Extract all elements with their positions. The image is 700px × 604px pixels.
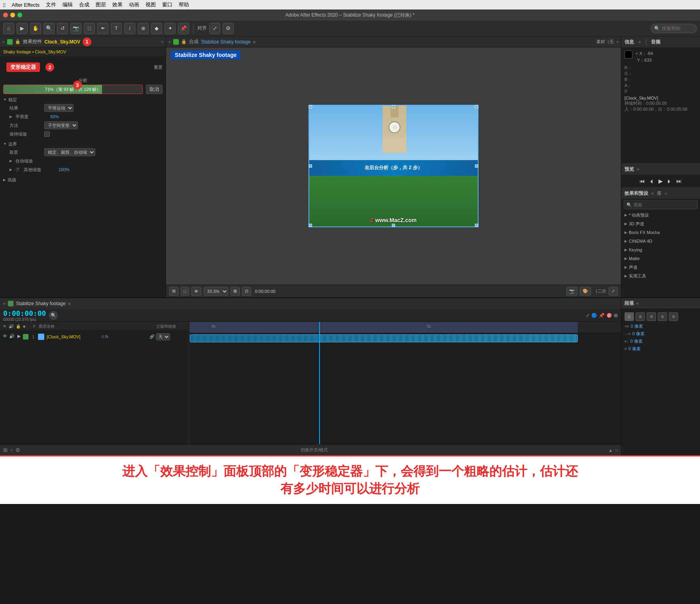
para-px-val-3[interactable]: 0 像素 [630, 338, 643, 344]
para-align-center[interactable]: ≡ [636, 312, 645, 321]
handle-top-left[interactable] [309, 105, 312, 108]
minimize-button[interactable] [10, 13, 15, 17]
apple-menu[interactable]:  [3, 2, 5, 8]
layer-expand-button[interactable]: ▶ [16, 334, 22, 340]
menu-compose[interactable]: 合成 [79, 1, 89, 8]
roi-btn[interactable]: ⊡ [242, 287, 251, 296]
warp-stabilizer-button[interactable]: 变形稳定器 [6, 62, 40, 72]
library-tab[interactable]: 库 [657, 190, 662, 197]
para-align-left[interactable]: ≡ [624, 312, 634, 321]
zoom-select[interactable]: 33.3% [204, 287, 228, 296]
handle-top-right[interactable] [475, 105, 478, 108]
smoothness-value[interactable]: 50% [50, 114, 59, 119]
collapse-triangle-icon[interactable]: ▼ [3, 98, 7, 102]
pin-tool[interactable]: 📌 [178, 23, 189, 34]
advanced-expand-icon[interactable]: ▶ [3, 178, 6, 182]
brush-tool[interactable]: / [124, 23, 135, 34]
camera-tool[interactable]: 📷 [70, 23, 81, 34]
para-justify-all[interactable]: ≡ [669, 312, 678, 321]
bt-btn-2[interactable]: ○ [10, 447, 13, 453]
smoothness-expand-icon[interactable]: ▶ [9, 115, 12, 119]
preserve-checkbox[interactable] [44, 131, 50, 137]
switch-fx-icon[interactable]: fx [105, 334, 108, 339]
effects-item-3d[interactable]: ▶ 3D 声道 [621, 219, 700, 228]
effects-item-utility[interactable]: ▶ 实用工具 [621, 272, 700, 280]
handle-middle-left[interactable] [309, 164, 312, 168]
handle-bottom-right[interactable] [475, 224, 478, 227]
help-search-input[interactable] [662, 26, 693, 31]
layer-eye-button[interactable]: 👁 [2, 334, 8, 340]
comp-close-button[interactable]: × [168, 40, 171, 44]
effects-item-matte[interactable]: ▶ Matte [621, 254, 700, 263]
handle-middle-right[interactable] [475, 164, 478, 168]
border-collapse-icon[interactable]: ▼ [3, 142, 7, 146]
timeline-scroll-up[interactable]: ▲ [608, 448, 613, 453]
para-px-val-2[interactable]: 0 像素 [632, 331, 645, 337]
lock-icon[interactable]: 🔒 [15, 39, 21, 44]
timeline-scroll[interactable]: ○ [615, 448, 618, 453]
options-btn[interactable]: ⚙ [223, 23, 234, 34]
resolution-btn[interactable]: ⊠ [231, 287, 240, 296]
bt-btn-3[interactable]: ⚙ [15, 447, 20, 453]
handle-top-center[interactable] [392, 105, 395, 108]
safe-zones-btn[interactable]: □ [181, 287, 189, 296]
para-px-val-1[interactable]: 0 像素 [631, 323, 643, 329]
text-tool[interactable]: T [111, 23, 122, 34]
tl-icon5[interactable]: ⊞ [614, 313, 618, 318]
menu-window[interactable]: 窗口 [162, 1, 172, 8]
expand-btn[interactable]: ⤢ [609, 287, 618, 296]
layer-audio-button[interactable]: 🔊 [9, 334, 15, 340]
para-menu-icon[interactable]: ≡ [636, 301, 639, 306]
effects-search[interactable]: 🔍 [624, 200, 698, 209]
panel-expand-icon[interactable]: » [161, 40, 163, 44]
result-dropdown[interactable]: 平滑运动 [44, 104, 74, 112]
help-search[interactable]: 🔍 [651, 24, 697, 33]
menu-help[interactable]: 帮助 [179, 1, 189, 8]
tl-search-button[interactable]: 🔍 [49, 311, 58, 320]
method-dropdown[interactable]: 子空间变形 [44, 121, 78, 129]
play-btn[interactable]: ▶ [658, 178, 663, 184]
puppet-tool[interactable]: ✦ [165, 23, 176, 34]
preview-menu-icon[interactable]: ≡ [637, 167, 639, 172]
otherscale-value[interactable]: 100% [59, 167, 70, 172]
step-back-btn[interactable]: ⏴ [649, 178, 655, 184]
para-px-val-4[interactable]: 0 像素 [628, 346, 641, 352]
para-justify-left[interactable]: ≡ [658, 312, 667, 321]
tl-playhead[interactable] [319, 322, 320, 333]
parent-select[interactable]: 无 [156, 333, 170, 340]
hand-tool[interactable]: ✋ [30, 23, 41, 34]
effects-expand-icon[interactable]: » [665, 191, 667, 196]
tl-timecode[interactable]: 0:00:00:00 [3, 309, 46, 317]
info-menu-icon[interactable]: ≡ [639, 40, 641, 44]
color-space-btn[interactable]: 🎨 [580, 287, 591, 296]
tl-icon3[interactable]: 📌 [599, 313, 605, 318]
handle-bottom-center[interactable] [392, 224, 395, 227]
bt-btn-1[interactable]: ⊞ [3, 447, 8, 453]
advanced-section[interactable]: ▶ 高级 [0, 176, 166, 184]
effects-item-cinema[interactable]: ▶ CINEMA 4D [621, 237, 700, 245]
grid-btn[interactable]: ⊞ [169, 287, 178, 296]
reset-label[interactable]: 重置 [154, 64, 163, 70]
effects-menu-icon[interactable]: ≡ [651, 191, 654, 196]
menu-file[interactable]: 文件 [46, 1, 56, 8]
rotate-tool[interactable]: ↺ [57, 23, 68, 34]
framing-dropdown[interactable]: 稳定、裁剪、自动缩 [44, 148, 95, 156]
pen-tool[interactable]: ✒ [97, 23, 108, 34]
effects-item-animation[interactable]: ▶ * 动画预设 [621, 211, 700, 219]
eraser-tool[interactable]: ◆ [151, 23, 162, 34]
tl-icon4[interactable]: 🎯 [606, 313, 612, 318]
effects-search-input[interactable] [634, 202, 695, 207]
tl-close-button[interactable]: × [3, 301, 6, 306]
autoscale-expand-icon[interactable]: ▶ [9, 159, 12, 163]
skip-end-btn[interactable]: ⏭ [676, 178, 682, 184]
cancel-button[interactable]: 取消 [146, 85, 163, 94]
menu-effects[interactable]: 效果 [112, 1, 123, 8]
skip-start-btn[interactable]: ⏮ [639, 178, 645, 184]
home-tool[interactable]: ⌂ [3, 23, 14, 34]
maximize-button[interactable] [17, 13, 22, 17]
3d-btn[interactable]: 👁 [191, 287, 201, 296]
select-tool[interactable]: ▶ [17, 23, 28, 34]
panel-close-button[interactable]: × [2, 40, 5, 44]
snapshot-btn[interactable]: 📷 [566, 287, 577, 296]
otherscale-expand-icon[interactable]: ▶ [9, 168, 12, 172]
